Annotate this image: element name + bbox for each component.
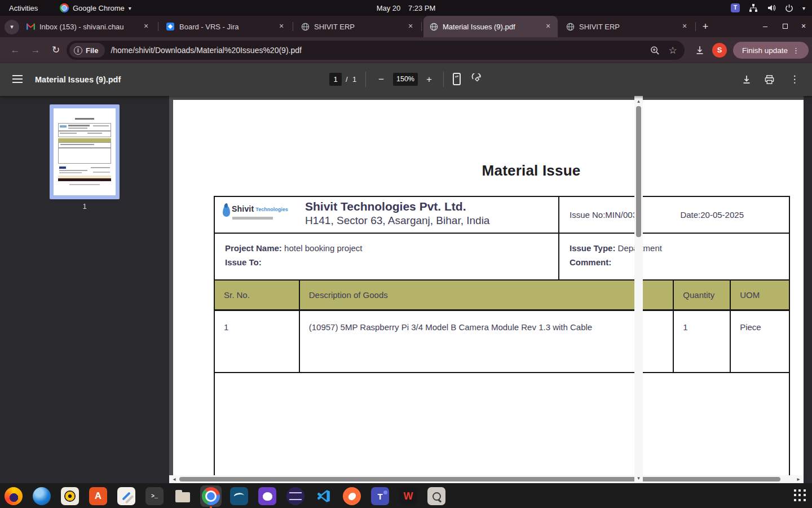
browser-menu-icon[interactable]: ⋮ [792,46,800,55]
minimize-button[interactable]: – [758,20,772,33]
dock-ubuntu-software[interactable]: A [87,485,109,507]
bookmark-star-icon[interactable]: ☆ [667,44,679,56]
scroll-right-icon[interactable]: ▸ [795,475,802,483]
tab-label: Board - VRS - Jira [179,23,272,31]
goods-item-row: 1 (10957) 5MP Raspberry Pi 3/4 Model B C… [214,311,790,373]
page-thumbnail[interactable] [50,104,120,199]
vscode-icon [315,487,333,505]
zoom-out-button[interactable]: − [374,72,389,87]
pdf-menu-icon[interactable] [12,75,23,83]
url-text[interactable]: /home/shivit/Downloads/Material%20Issues… [111,46,648,55]
teams-tray-icon[interactable]: T [731,3,740,12]
system-tray[interactable]: T ▾ [731,3,805,12]
dock-text-editor[interactable] [116,485,137,507]
tab-search-button[interactable]: ▾ [5,20,19,34]
tab-separator [293,22,293,31]
thumbnail-page-preview [54,108,116,195]
dock-terminal[interactable]: >_ [144,485,165,507]
scroll-up-icon[interactable]: ▴ [634,97,643,105]
jira-icon [166,22,175,31]
toolbar-separator [365,72,366,87]
volume-icon [767,3,776,12]
downloads-toolbar-icon[interactable] [692,43,707,57]
header-sr-no: Sr. No. [215,281,300,309]
pdf-print-button[interactable] [764,75,775,85]
fit-page-button[interactable]: ▴▾ [453,73,461,85]
dock-vscode[interactable] [313,485,334,507]
dock-wps-office[interactable]: W [398,485,419,507]
page-divider: / [346,75,348,84]
dock-chrome[interactable] [200,485,222,507]
rotate-button[interactable] [471,73,483,85]
zoom-in-button[interactable]: + [422,72,436,87]
zoom-level[interactable]: 150% [393,73,418,86]
close-tab-icon[interactable]: × [276,21,286,32]
material-issue-table: Shivit Technologies Shivit Technologies … [214,196,790,475]
scroll-left-icon[interactable]: ◂ [170,475,178,483]
item-uom: Piece [731,311,789,372]
issue-no: Issue No:MIN/0034 [570,210,642,220]
dock-eclipse[interactable] [285,485,306,507]
clock[interactable]: May 20 7:23 PM [0,4,812,12]
tab-shivit-erp-1[interactable]: SHIVIT ERP × [295,16,420,37]
close-tab-icon[interactable]: × [543,21,553,32]
reload-button[interactable]: ↻ [48,43,63,57]
comment-label: Comment: [570,257,611,267]
eclipse-icon [286,487,304,505]
power-icon [785,4,793,12]
issue-date: Date:20-05-2025 [680,210,744,220]
pdf-more-options-icon[interactable]: ⋮ [787,72,802,87]
dock-firefox[interactable] [3,485,24,507]
dock-rhythmbox[interactable] [59,485,81,507]
horizontal-scroll-thumb[interactable] [179,477,780,481]
dock-files[interactable] [172,485,193,507]
restore-button[interactable] [778,20,792,33]
page-total: 1 [352,75,356,84]
close-tab-icon[interactable]: × [405,21,416,32]
tab-shivit-erp-2[interactable]: SHIVIT ERP × [560,16,694,37]
file-chip[interactable]: i File [69,43,105,58]
omnibox[interactable]: i File /home/shivit/Downloads/Material%2… [67,41,685,60]
dock-screenshot-tool[interactable] [426,485,447,507]
dock-postman[interactable] [341,485,363,507]
screenshot-tool-icon [427,487,445,505]
globe-icon [429,22,438,31]
horizontal-scrollbar[interactable]: ◂ ▸ [169,475,804,483]
dock-mysql-workbench[interactable] [228,485,250,507]
globe-icon [301,22,310,31]
close-tab-icon[interactable]: × [141,21,151,32]
tab-material-issues-pdf[interactable]: Material Issues (9).pdf × [423,16,558,37]
text-editor-icon [117,487,135,505]
issue-to-label: Issue To: [225,257,262,267]
zoom-page-icon[interactable] [648,44,661,56]
thumbnail-sidebar: 1 [0,96,169,483]
vertical-scrollbar[interactable]: ▴ ▾ [634,96,643,483]
wps-office-icon: W [399,487,417,505]
finish-update-button[interactable]: Finish update ⋮ [733,42,809,59]
page-number-input[interactable]: 1 [329,73,342,86]
dock-teams[interactable]: T [369,485,391,507]
pdf-download-button[interactable] [742,75,752,85]
profile-avatar[interactable]: S [712,43,727,58]
header-uom: UOM [731,281,789,309]
chrome-icon [202,487,220,505]
tab-strip: ▾ Inbox (153) - shivani.chau × Board - V… [0,16,812,37]
dock-github-desktop[interactable] [257,485,278,507]
back-button[interactable]: ← [8,43,23,57]
tab-separator [158,22,158,31]
company-cell: Shivit Technologies Shivit Technologies … [215,197,559,233]
vertical-scroll-thumb[interactable] [636,106,641,237]
close-tab-icon[interactable]: × [679,21,690,32]
show-applications-button[interactable] [794,489,806,502]
toolbar-separator [443,72,444,87]
desktop: Activities Google Chrome ▾ May 20 7:23 P… [0,0,812,508]
tab-gmail[interactable]: Inbox (153) - shivani.chau × [20,16,156,37]
tab-jira[interactable]: Board - VRS - Jira × [160,16,291,37]
close-window-button[interactable]: × [797,20,810,33]
scroll-down-icon[interactable]: ▾ [634,474,643,482]
dock-thunderbird[interactable] [31,485,52,507]
document-title: Material Issue [461,162,602,179]
tab-label: SHIVIT ERP [579,23,675,31]
forward-button[interactable]: → [28,43,43,57]
new-tab-button[interactable]: + [698,20,713,34]
